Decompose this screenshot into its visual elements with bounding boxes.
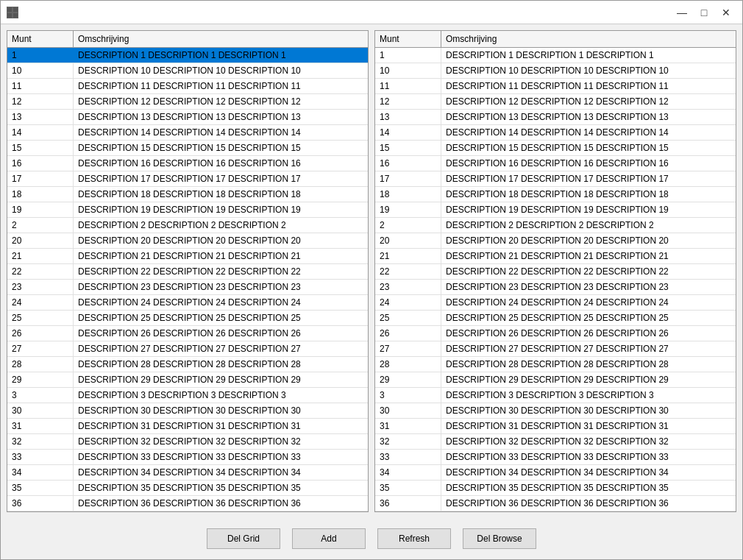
left-row-omschrijving: DESCRIPTION 15 DESCRIPTION 15 DESCRIPTIO… bbox=[74, 141, 368, 155]
del-grid-button[interactable]: Del Grid bbox=[207, 528, 280, 549]
right-grid-row[interactable]: 16DESCRIPTION 16 DESCRIPTION 16 DESCRIPT… bbox=[375, 156, 736, 171]
right-grid-body[interactable]: 1DESCRIPTION 1 DESCRIPTION 1 DESCRIPTION… bbox=[375, 48, 736, 511]
left-grid-row[interactable]: 21DESCRIPTION 21 DESCRIPTION 21 DESCRIPT… bbox=[7, 249, 368, 264]
right-grid-row[interactable]: 29DESCRIPTION 29 DESCRIPTION 29 DESCRIPT… bbox=[375, 372, 736, 388]
left-grid-row[interactable]: 11DESCRIPTION 11 DESCRIPTION 11 DESCRIPT… bbox=[7, 79, 368, 94]
left-row-munt: 1 bbox=[7, 48, 74, 63]
right-grid-row[interactable]: 2DESCRIPTION 2 DESCRIPTION 2 DESCRIPTION… bbox=[375, 218, 736, 233]
right-grid-row[interactable]: 26DESCRIPTION 26 DESCRIPTION 26 DESCRIPT… bbox=[375, 326, 736, 341]
left-grid-row[interactable]: 17DESCRIPTION 17 DESCRIPTION 17 DESCRIPT… bbox=[7, 171, 368, 187]
right-grid-row[interactable]: 1DESCRIPTION 1 DESCRIPTION 1 DESCRIPTION… bbox=[375, 48, 736, 63]
right-row-omschrijving: DESCRIPTION 35 DESCRIPTION 35 DESCRIPTIO… bbox=[441, 481, 736, 495]
minimize-button[interactable]: — bbox=[672, 5, 692, 20]
left-grid-row[interactable]: 10DESCRIPTION 10 DESCRIPTION 10 DESCRIPT… bbox=[7, 63, 368, 79]
right-grid-row[interactable]: 20DESCRIPTION 20 DESCRIPTION 20 DESCRIPT… bbox=[375, 233, 736, 249]
left-grid-row[interactable]: 26DESCRIPTION 26 DESCRIPTION 26 DESCRIPT… bbox=[7, 326, 368, 341]
right-grid-row[interactable]: 25DESCRIPTION 25 DESCRIPTION 25 DESCRIPT… bbox=[375, 311, 736, 326]
left-grid-row[interactable]: 19DESCRIPTION 19 DESCRIPTION 19 DESCRIPT… bbox=[7, 202, 368, 218]
left-row-munt: 36 bbox=[7, 496, 74, 511]
del-browse-button[interactable]: Del Browse bbox=[463, 528, 536, 549]
left-grid-row[interactable]: 30DESCRIPTION 30 DESCRIPTION 30 DESCRIPT… bbox=[7, 403, 368, 419]
left-row-omschrijving: DESCRIPTION 1 DESCRIPTION 1 DESCRIPTION … bbox=[74, 48, 368, 63]
right-row-munt: 23 bbox=[375, 280, 441, 294]
right-row-omschrijving: DESCRIPTION 20 DESCRIPTION 20 DESCRIPTIO… bbox=[441, 233, 736, 248]
right-row-munt: 24 bbox=[375, 295, 441, 310]
left-grid-row[interactable]: 31DESCRIPTION 31 DESCRIPTION 31 DESCRIPT… bbox=[7, 419, 368, 434]
left-row-munt: 27 bbox=[7, 341, 74, 356]
left-row-omschrijving: DESCRIPTION 28 DESCRIPTION 28 DESCRIPTIO… bbox=[74, 357, 368, 372]
left-grid-row[interactable]: 33DESCRIPTION 33 DESCRIPTION 33 DESCRIPT… bbox=[7, 450, 368, 465]
left-row-munt: 11 bbox=[7, 79, 74, 93]
left-grid-row[interactable]: 32DESCRIPTION 32 DESCRIPTION 32 DESCRIPT… bbox=[7, 434, 368, 450]
add-button[interactable]: Add bbox=[292, 528, 366, 549]
left-grid-row[interactable]: 35DESCRIPTION 35 DESCRIPTION 35 DESCRIPT… bbox=[7, 481, 368, 496]
left-grid-row[interactable]: 25DESCRIPTION 25 DESCRIPTION 25 DESCRIPT… bbox=[7, 311, 368, 326]
left-grid-row[interactable]: 13DESCRIPTION 13 DESCRIPTION 13 DESCRIPT… bbox=[7, 110, 368, 125]
maximize-button[interactable]: □ bbox=[694, 5, 714, 20]
left-grid-row[interactable]: 1DESCRIPTION 1 DESCRIPTION 1 DESCRIPTION… bbox=[7, 48, 368, 63]
left-grid-row[interactable]: 36DESCRIPTION 36 DESCRIPTION 36 DESCRIPT… bbox=[7, 496, 368, 511]
right-grid-row[interactable]: 12DESCRIPTION 12 DESCRIPTION 12 DESCRIPT… bbox=[375, 94, 736, 110]
left-grid-row[interactable]: 2DESCRIPTION 2 DESCRIPTION 2 DESCRIPTION… bbox=[7, 218, 368, 233]
right-grid-row[interactable]: 28DESCRIPTION 28 DESCRIPTION 28 DESCRIPT… bbox=[375, 357, 736, 372]
right-grid-row[interactable]: 36DESCRIPTION 36 DESCRIPTION 36 DESCRIPT… bbox=[375, 496, 736, 511]
right-grid-row[interactable]: 31DESCRIPTION 31 DESCRIPTION 31 DESCRIPT… bbox=[375, 419, 736, 434]
left-grid-row[interactable]: 12DESCRIPTION 12 DESCRIPTION 12 DESCRIPT… bbox=[7, 94, 368, 110]
right-grid-row[interactable]: 14DESCRIPTION 14 DESCRIPTION 14 DESCRIPT… bbox=[375, 125, 736, 141]
right-grid-row[interactable]: 24DESCRIPTION 24 DESCRIPTION 24 DESCRIPT… bbox=[375, 295, 736, 311]
right-grid-row[interactable]: 34DESCRIPTION 34 DESCRIPTION 34 DESCRIPT… bbox=[375, 465, 736, 481]
left-grid-row[interactable]: 29DESCRIPTION 29 DESCRIPTION 29 DESCRIPT… bbox=[7, 372, 368, 388]
svg-rect-3 bbox=[13, 13, 18, 18]
right-grid-row[interactable]: 35DESCRIPTION 35 DESCRIPTION 35 DESCRIPT… bbox=[375, 481, 736, 496]
right-row-omschrijving: DESCRIPTION 15 DESCRIPTION 15 DESCRIPTIO… bbox=[441, 141, 736, 155]
left-grid-row[interactable]: 18DESCRIPTION 18 DESCRIPTION 18 DESCRIPT… bbox=[7, 187, 368, 202]
right-grid-row[interactable]: 22DESCRIPTION 22 DESCRIPTION 22 DESCRIPT… bbox=[375, 264, 736, 280]
left-row-munt: 18 bbox=[7, 187, 74, 202]
right-grid-row[interactable]: 3DESCRIPTION 3 DESCRIPTION 3 DESCRIPTION… bbox=[375, 388, 736, 403]
left-row-munt: 16 bbox=[7, 156, 74, 171]
left-grid-row[interactable]: 23DESCRIPTION 23 DESCRIPTION 23 DESCRIPT… bbox=[7, 280, 368, 295]
left-row-omschrijving: DESCRIPTION 12 DESCRIPTION 12 DESCRIPTIO… bbox=[74, 94, 368, 109]
right-row-omschrijving: DESCRIPTION 25 DESCRIPTION 25 DESCRIPTIO… bbox=[441, 311, 736, 325]
left-row-munt: 33 bbox=[7, 450, 74, 464]
right-row-omschrijving: DESCRIPTION 2 DESCRIPTION 2 DESCRIPTION … bbox=[441, 218, 736, 233]
refresh-button[interactable]: Refresh bbox=[377, 528, 451, 549]
left-grid-row[interactable]: 15DESCRIPTION 15 DESCRIPTION 15 DESCRIPT… bbox=[7, 141, 368, 156]
left-grid-row[interactable]: 14DESCRIPTION 14 DESCRIPTION 14 DESCRIPT… bbox=[7, 125, 368, 141]
left-row-omschrijving: DESCRIPTION 31 DESCRIPTION 31 DESCRIPTIO… bbox=[74, 419, 368, 433]
left-row-omschrijving: DESCRIPTION 19 DESCRIPTION 19 DESCRIPTIO… bbox=[74, 202, 368, 217]
right-grid-row[interactable]: 33DESCRIPTION 33 DESCRIPTION 33 DESCRIPT… bbox=[375, 450, 736, 465]
left-row-munt: 12 bbox=[7, 94, 74, 109]
right-grid-row[interactable]: 32DESCRIPTION 32 DESCRIPTION 32 DESCRIPT… bbox=[375, 434, 736, 450]
left-grid-row[interactable]: 22DESCRIPTION 22 DESCRIPTION 22 DESCRIPT… bbox=[7, 264, 368, 280]
left-row-munt: 15 bbox=[7, 141, 74, 155]
left-grid-row[interactable]: 28DESCRIPTION 28 DESCRIPTION 28 DESCRIPT… bbox=[7, 357, 368, 372]
right-grid-row[interactable]: 10DESCRIPTION 10 DESCRIPTION 10 DESCRIPT… bbox=[375, 63, 736, 79]
right-grid-row[interactable]: 11DESCRIPTION 11 DESCRIPTION 11 DESCRIPT… bbox=[375, 79, 736, 94]
left-row-omschrijving: DESCRIPTION 10 DESCRIPTION 10 DESCRIPTIO… bbox=[74, 63, 368, 78]
right-grid-row[interactable]: 30DESCRIPTION 30 DESCRIPTION 30 DESCRIPT… bbox=[375, 403, 736, 419]
right-grid-row[interactable]: 27DESCRIPTION 27 DESCRIPTION 27 DESCRIPT… bbox=[375, 341, 736, 357]
left-grid-header: Munt Omschrijving bbox=[7, 31, 368, 48]
right-row-omschrijving: DESCRIPTION 14 DESCRIPTION 14 DESCRIPTIO… bbox=[441, 125, 736, 140]
right-grid-row[interactable]: 13DESCRIPTION 13 DESCRIPTION 13 DESCRIPT… bbox=[375, 110, 736, 125]
right-row-omschrijving: DESCRIPTION 23 DESCRIPTION 23 DESCRIPTIO… bbox=[441, 280, 736, 294]
left-row-omschrijving: DESCRIPTION 35 DESCRIPTION 35 DESCRIPTIO… bbox=[74, 481, 368, 495]
right-grid-row[interactable]: 19DESCRIPTION 19 DESCRIPTION 19 DESCRIPT… bbox=[375, 202, 736, 218]
left-grid-row[interactable]: 20DESCRIPTION 20 DESCRIPTION 20 DESCRIPT… bbox=[7, 233, 368, 249]
right-grid-row[interactable]: 15DESCRIPTION 15 DESCRIPTION 15 DESCRIPT… bbox=[375, 141, 736, 156]
left-grid-row[interactable]: 27DESCRIPTION 27 DESCRIPTION 27 DESCRIPT… bbox=[7, 341, 368, 357]
right-grid-row[interactable]: 21DESCRIPTION 21 DESCRIPTION 21 DESCRIPT… bbox=[375, 249, 736, 264]
close-button[interactable]: ✕ bbox=[716, 5, 736, 20]
left-grid-row[interactable]: 3DESCRIPTION 3 DESCRIPTION 3 DESCRIPTION… bbox=[7, 388, 368, 403]
left-row-munt: 19 bbox=[7, 202, 74, 217]
right-grid-row[interactable]: 17DESCRIPTION 17 DESCRIPTION 17 DESCRIPT… bbox=[375, 171, 736, 187]
right-grid-row[interactable]: 23DESCRIPTION 23 DESCRIPTION 23 DESCRIPT… bbox=[375, 280, 736, 295]
right-grid-row[interactable]: 18DESCRIPTION 18 DESCRIPTION 18 DESCRIPT… bbox=[375, 187, 736, 202]
left-grid-row[interactable]: 16DESCRIPTION 16 DESCRIPTION 16 DESCRIPT… bbox=[7, 156, 368, 171]
left-grid-body[interactable]: 1DESCRIPTION 1 DESCRIPTION 1 DESCRIPTION… bbox=[7, 48, 368, 511]
left-grid-row[interactable]: 34DESCRIPTION 34 DESCRIPTION 34 DESCRIPT… bbox=[7, 465, 368, 481]
left-grid-row[interactable]: 24DESCRIPTION 24 DESCRIPTION 24 DESCRIPT… bbox=[7, 295, 368, 311]
right-row-munt: 11 bbox=[375, 79, 441, 93]
svg-rect-1 bbox=[13, 7, 18, 12]
